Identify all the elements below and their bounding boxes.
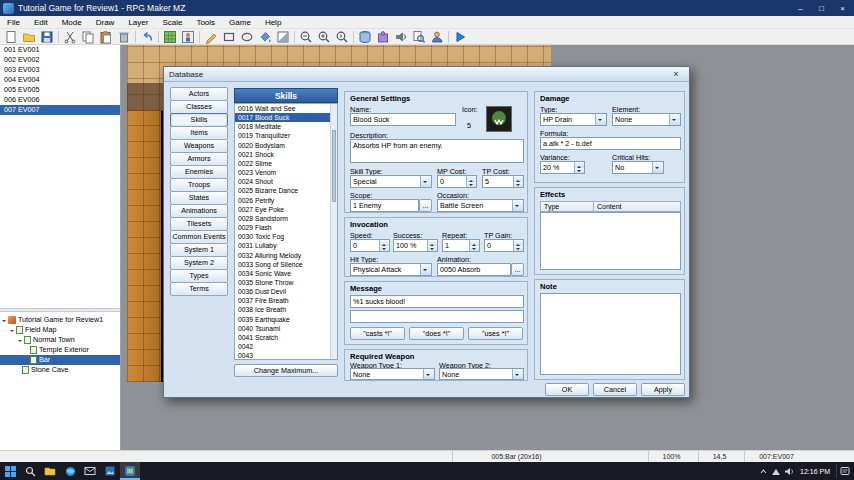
db-tab-common-events[interactable]: Common Events (170, 230, 228, 244)
event-searcher-icon[interactable] (410, 29, 428, 44)
character-generator-icon[interactable] (428, 29, 446, 44)
open-project-icon[interactable] (20, 29, 38, 44)
spinner-arrows-icon[interactable] (379, 240, 389, 251)
skill-list-item[interactable]: 0035 Stone Throw (235, 278, 337, 287)
event-list-item[interactable]: 003 EV003 (0, 65, 120, 75)
skill-list-item[interactable]: 0031 Lullaby (235, 241, 337, 250)
menu-help[interactable]: Help (258, 16, 288, 29)
event-list-item[interactable]: 002 EV002 (0, 55, 120, 65)
note-textarea[interactable] (540, 293, 681, 375)
skill-list-item[interactable]: 0033 Song of Silence (235, 260, 337, 269)
tree-item-bar-selected[interactable]: Bar (0, 355, 120, 365)
damage-type-select[interactable]: HP Drain (540, 113, 607, 126)
taskbar-browser-icon[interactable] (60, 462, 80, 480)
db-tab-armors[interactable]: Armors (170, 152, 228, 166)
panel-splitter[interactable] (0, 308, 120, 312)
event-list-item-selected[interactable]: 007 EV007 (0, 105, 120, 115)
skill-list-item[interactable]: 0038 Ice Breath (235, 305, 337, 314)
change-maximum-button[interactable]: Change Maximum... (234, 364, 338, 377)
delete-icon[interactable] (115, 29, 133, 44)
skill-list-item[interactable]: 0023 Venom (235, 168, 337, 177)
skill-list-item[interactable]: 0022 Slime (235, 159, 337, 168)
skill-list-item[interactable]: 0041 Scratch (235, 333, 337, 342)
db-tab-system2[interactable]: System 2 (170, 256, 228, 270)
menu-edit[interactable]: Edit (27, 16, 55, 29)
taskbar-search-icon[interactable] (20, 462, 40, 480)
skill-list-item[interactable]: 0026 Petrify (235, 196, 337, 205)
speed-spinner[interactable]: 0 (350, 239, 390, 252)
message-line1-input[interactable]: %1 sucks blood! (350, 295, 524, 308)
taskbar-rpg-maker-icon[interactable] (120, 462, 140, 480)
event-list-item[interactable]: 006 EV006 (0, 95, 120, 105)
spinner-arrows-icon[interactable] (469, 240, 479, 251)
db-tab-skills-selected[interactable]: Skills (170, 113, 228, 127)
copy-icon[interactable] (79, 29, 97, 44)
tree-item-normal-town[interactable]: Normal Town (0, 335, 120, 345)
tray-network-icon[interactable] (771, 462, 781, 480)
tree-item-temple-exterior[interactable]: Temple Exterior (0, 345, 120, 355)
pencil-tool-icon[interactable] (202, 29, 220, 44)
scope-value[interactable]: 1 Enemy (350, 199, 419, 212)
message-uses-button[interactable]: "uses *!" (468, 327, 523, 340)
rectangle-tool-icon[interactable] (220, 29, 238, 44)
map-mode-icon[interactable] (161, 29, 179, 44)
spinner-arrows-icon[interactable] (466, 176, 476, 187)
sound-test-icon[interactable] (392, 29, 410, 44)
message-does-button[interactable]: "does *!" (409, 327, 464, 340)
db-tab-troops[interactable]: Troops (170, 178, 228, 192)
spinner-arrows-icon[interactable] (513, 240, 523, 251)
skill-list-item[interactable]: 0030 Toxic Fog (235, 232, 337, 241)
skill-list-item[interactable]: 0027 Eye Poke (235, 205, 337, 214)
skill-list-item[interactable]: 0032 Alluring Melody (235, 251, 337, 260)
skill-list-item[interactable]: 0029 Flash (235, 223, 337, 232)
start-button[interactable] (0, 462, 20, 480)
db-tab-animations[interactable]: Animations (170, 204, 228, 218)
zoom-actual-icon[interactable] (333, 29, 351, 44)
occasion-select[interactable]: Battle Screen (437, 199, 524, 212)
scrollbar-thumb[interactable] (332, 130, 336, 202)
weapon-type1-select[interactable]: None (350, 368, 435, 380)
skill-list-item-selected[interactable]: 0017 Blood Suck (235, 113, 337, 122)
db-tab-system1[interactable]: System 1 (170, 243, 228, 257)
tree-item-project[interactable]: Tutorial Game for Review1 (0, 315, 120, 325)
cancel-button[interactable]: Cancel (593, 383, 637, 396)
menu-layer[interactable]: Layer (121, 16, 155, 29)
plugin-manager-icon[interactable] (374, 29, 392, 44)
new-project-icon[interactable] (2, 29, 20, 44)
tree-item-field-map[interactable]: Field Map (0, 325, 120, 335)
skill-list-item[interactable]: 0025 Bizarre Dance (235, 186, 337, 195)
event-list-item[interactable]: 001 EV001 (0, 45, 120, 55)
message-line2-input[interactable] (350, 310, 524, 323)
menu-mode[interactable]: Mode (55, 16, 89, 29)
menu-draw[interactable]: Draw (89, 16, 122, 29)
weapon-type2-select[interactable]: None (439, 368, 524, 380)
ok-button[interactable]: OK (545, 383, 589, 396)
database-icon[interactable] (356, 29, 374, 44)
formula-input[interactable]: a.atk * 2 - b.def (540, 137, 681, 150)
skill-list-item[interactable]: 0039 Earthquake (235, 315, 337, 324)
minimize-button[interactable]: – (792, 2, 809, 14)
skill-list-item[interactable]: 0028 Sandstorm (235, 214, 337, 223)
db-tab-classes[interactable]: Classes (170, 100, 228, 114)
skill-type-select[interactable]: Special (350, 175, 432, 188)
event-list-item[interactable]: 004 EV004 (0, 75, 120, 85)
undo-icon[interactable] (138, 29, 156, 44)
mp-cost-spinner[interactable]: 0 (437, 175, 477, 188)
maximize-button[interactable]: □ (813, 2, 830, 14)
skill-list-item[interactable]: 0042 (235, 342, 337, 351)
skill-list-item[interactable]: 0037 Fire Breath (235, 296, 337, 305)
db-tab-weapons[interactable]: Weapons (170, 139, 228, 153)
taskbar-mail-icon[interactable] (80, 462, 100, 480)
skill-list-item[interactable]: 0020 Bodyslam (235, 141, 337, 150)
tp-cost-spinner[interactable]: 5 (482, 175, 524, 188)
skill-list-item[interactable]: 0018 Meditate (235, 122, 337, 131)
menu-game[interactable]: Game (222, 16, 258, 29)
cut-icon[interactable] (61, 29, 79, 44)
db-tab-enemies[interactable]: Enemies (170, 165, 228, 179)
ellipse-tool-icon[interactable] (238, 29, 256, 44)
apply-button[interactable]: Apply (641, 383, 685, 396)
name-input[interactable]: Blood Suck (350, 113, 456, 126)
spinner-arrows-icon[interactable] (574, 162, 584, 173)
close-button[interactable]: × (834, 2, 851, 14)
db-tab-tilesets[interactable]: Tilesets (170, 217, 228, 231)
